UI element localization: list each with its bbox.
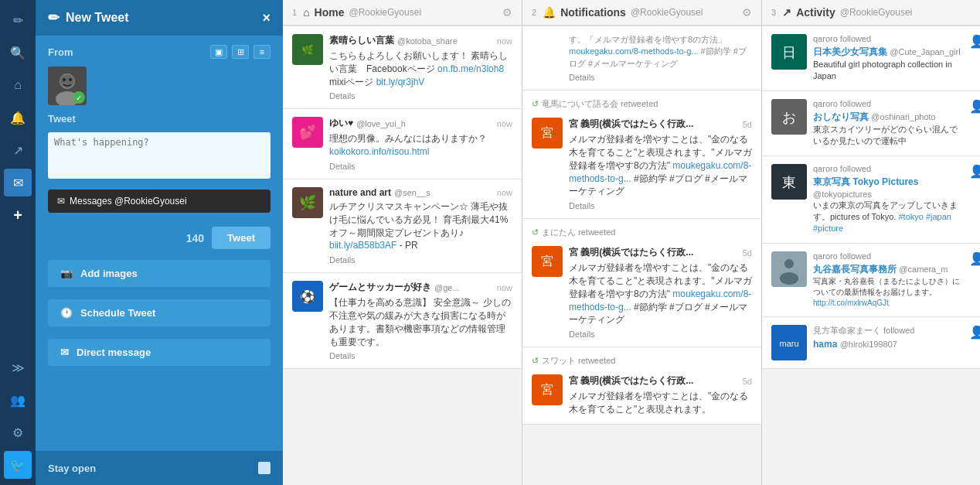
tweet-handle: @ge... (434, 283, 460, 292)
tweet-button[interactable]: Tweet (212, 227, 271, 249)
rt-indicator: ↺ 竜馬について語る会 retweeted (532, 98, 752, 110)
svg-point-5 (69, 78, 72, 81)
sidebar-icon-messages[interactable]: ✉ (4, 169, 32, 196)
details-link[interactable]: Details (569, 73, 752, 82)
tweet-link2[interactable]: bit.ly/qr3jhV (376, 77, 425, 87)
tweet-link[interactable]: on.fb.me/n3loh8 (437, 63, 504, 74)
activity-action: qaroro followed (813, 99, 963, 108)
svg-text:maru: maru (779, 339, 798, 348)
tweet-link[interactable]: biit.ly/aB58b3AF (329, 240, 396, 251)
details-link[interactable]: Details (569, 330, 752, 339)
col1-number: 1 (292, 8, 297, 17)
avatar: ⚽ (292, 281, 323, 312)
tweet-time: now (497, 119, 512, 128)
details-link[interactable]: Details (569, 201, 752, 210)
sidebar: ✏ 🔍 ⌂ 🔔 ↗ ✉ + ≫ 👥 ⚙ 🐦 (0, 0, 36, 485)
activity-col-title: Activity (796, 6, 835, 19)
activity-content: 見方革命家まーく followed hama @hiroki199807 (813, 325, 963, 360)
tweet-name: ゲームとサッカーが好き (329, 281, 431, 294)
details-link[interactable]: Details (329, 255, 512, 265)
follow-user-icon[interactable]: 👤+ (969, 251, 980, 309)
tweet-link[interactable]: moukegaku.com/8-methods-to-g... (569, 160, 751, 184)
tweet-text: メルマガ登録者を増やすことは、"金のなる木を育てること"と表現されます。"メルマ… (569, 133, 752, 198)
pen-icon: ✏ (48, 9, 60, 26)
schedule-tweet-button[interactable]: 🕐 Schedule Tweet (48, 299, 271, 326)
rt-user: まにたん retweeted (542, 227, 615, 238)
activity-link[interactable]: #tokyo #japan #picture (813, 212, 951, 233)
sidebar-icon-settings[interactable]: ⚙ (4, 418, 32, 446)
twitter-icon: 🐦 (10, 458, 26, 473)
col2-number: 2 (532, 8, 536, 17)
tweet-link[interactable]: moukegaku.com/8-methods-to-g... (569, 289, 751, 313)
follow-user-icon[interactable]: 👤+ (969, 99, 980, 148)
follow-user-icon[interactable]: 👤+ (969, 164, 980, 235)
svg-point-4 (63, 78, 66, 81)
from-row: From ▣ ⊞ ≡ (48, 45, 271, 59)
tweet-item: ↺ 竜馬について語る会 retweeted 宮 宮 義明(横浜ではたらく行政..… (522, 91, 761, 219)
activity-content: qaroro followed 丸谷嘉長写真事務所 @camera_m 写真家・… (813, 251, 963, 309)
avatar: 東 (771, 164, 807, 200)
activity-name[interactable]: hama (813, 339, 837, 350)
home-col-title: Home (315, 6, 345, 19)
details-link[interactable]: Details (329, 162, 512, 171)
sidebar-icon-home[interactable]: ⌂ (4, 71, 32, 99)
tweet-text: メルマガ登録者を増やすことは、"金のなる木を育てること"と表現されます。"メルマ… (569, 261, 752, 326)
activity-content: qaroro followed 東京写真 Tokyo Pictures @tok… (813, 164, 963, 235)
activity-name[interactable]: 日本美少女写真集 (813, 46, 887, 57)
tweet-link[interactable]: koikokoro.info/risou.html (329, 146, 429, 157)
svg-text:お: お (782, 110, 796, 125)
activity-link[interactable]: http://t.co/mxlrwAqGJt (813, 299, 889, 307)
tweet-handle: @sen__s (394, 188, 430, 197)
sidebar-icon-compose[interactable]: ✏ (4, 6, 32, 34)
sidebar-icon-bell[interactable]: 🔔 (4, 104, 32, 131)
rt-indicator: ↺ まにたん retweeted (532, 227, 752, 238)
activity-name[interactable]: おしなり写真 (813, 111, 869, 122)
tweet-name: 宮 義明(横浜ではたらく行政... (569, 246, 693, 259)
home-col-handle: @RookieGyousei (349, 7, 422, 18)
follow-user-icon[interactable]: 👤+ (969, 34, 980, 83)
activity-item: 日 qaroro followed 日本美少女写真集 @Cute_Japan_g… (762, 26, 980, 91)
sidebar-icon-twitter[interactable]: 🐦 (4, 451, 32, 479)
single-account-icon[interactable]: ▣ (210, 45, 227, 59)
tweet-name: 宮 義明(横浜ではたらく行政... (569, 374, 693, 388)
notif-col-title: Notifications (560, 6, 626, 19)
tweet-time: now (497, 36, 512, 46)
tweet-text: ルチアクリスマスキャンペーン☆ 薄毛や抜け毛に悩んでいる方必見！ 育毛剤最大41… (329, 200, 512, 252)
svg-point-14 (780, 272, 798, 285)
home-column-body: 🌿 素晴らしい言葉 @kotoba_share now こちらもよろしくお願いし… (283, 26, 522, 485)
stay-open-checkbox[interactable] (258, 462, 271, 474)
svg-text:日: 日 (782, 45, 796, 60)
notif-col-settings-icon[interactable]: ⚙ (742, 6, 752, 19)
from-label: From (48, 46, 73, 58)
stay-open-label: Stay open (48, 463, 96, 474)
tweet-link[interactable]: moukegaku.com/8-methods-to-g... (569, 46, 699, 56)
expand-icon: ≫ (12, 360, 25, 375)
notif-col-icon: 🔔 (543, 6, 556, 19)
retweet-icon: ↺ (532, 356, 539, 366)
activity-name[interactable]: 丸谷嘉長写真事務所 (813, 264, 897, 275)
details-link[interactable]: Details (329, 91, 512, 101)
list-account-icon[interactable]: ≡ (254, 45, 271, 59)
direct-message-button[interactable]: ✉ Direct message (48, 339, 271, 366)
tweet-time: 5d (743, 377, 752, 386)
add-images-button[interactable]: 📷 Add images (48, 260, 271, 287)
activity-name[interactable]: 東京写真 Tokyo Pictures (813, 176, 918, 187)
activity-action: qaroro followed (813, 164, 963, 173)
multi-account-icon[interactable]: ⊞ (232, 45, 249, 59)
tweet-input[interactable] (48, 132, 271, 179)
sidebar-icon-users[interactable]: 👥 (4, 386, 32, 414)
sidebar-icon-activity[interactable]: ↗ (4, 136, 32, 164)
notif-col-handle: @RookieGyousei (631, 7, 703, 18)
activity-content: qaroro followed 日本美少女写真集 @Cute_Japan_gir… (813, 34, 963, 83)
sidebar-icon-search[interactable]: 🔍 (4, 39, 32, 67)
close-button[interactable]: × (262, 10, 271, 26)
details-link[interactable]: Details (329, 351, 512, 360)
sidebar-icon-plus[interactable]: + (4, 201, 32, 229)
col3-number: 3 (771, 8, 776, 17)
follow-user-icon[interactable]: 👤+ (969, 325, 980, 360)
home-col-settings-icon[interactable]: ⚙ (502, 6, 512, 19)
sidebar-icon-expand[interactable]: ≫ (4, 354, 32, 381)
activity-text: 東京スカイツリーがどのぐらい混んでいるか見たいので運転中 (813, 124, 963, 148)
avatar (771, 251, 807, 287)
activity-text: いまの東京の写真をアップしていきます。pictures of Tokyo. #t… (813, 200, 963, 235)
